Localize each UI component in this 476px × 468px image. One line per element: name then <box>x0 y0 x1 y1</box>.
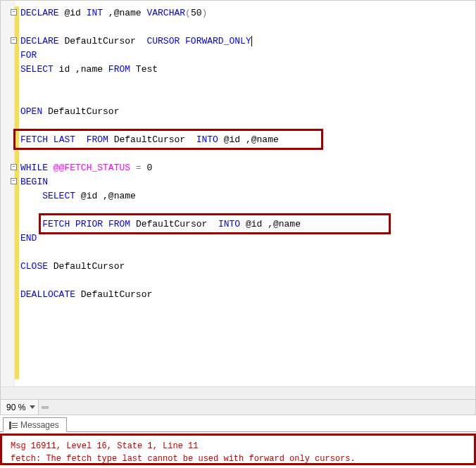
code-line[interactable] <box>20 274 475 288</box>
zoom-track[interactable] <box>39 400 475 415</box>
code-line[interactable]: SELECT @id ,@name <box>20 189 475 203</box>
keyword: DECLARE <box>20 36 59 46</box>
identifier: DefaultCursor <box>42 106 119 117</box>
keyword: BEGIN <box>20 177 48 187</box>
fold-gutter <box>1 1 15 386</box>
code-line[interactable]: FETCH LAST FROM DefaultCursor INTO @id ,… <box>20 133 475 147</box>
keyword: SELECT <box>42 191 75 201</box>
code-line[interactable] <box>20 91 475 105</box>
system-function: @@FETCH_STATUS <box>54 163 130 173</box>
keyword: INTO <box>218 219 240 229</box>
code-line[interactable]: END <box>20 232 475 246</box>
identifier: DefaultCursor <box>75 289 152 300</box>
horizontal-scrollbar[interactable] <box>1 386 475 399</box>
code-line[interactable]: FETCH PRIOR FROM DefaultCursor INTO @id … <box>20 217 475 232</box>
identifier: DefaultCursor <box>108 134 196 145</box>
keyword: FORWARD_ONLY <box>185 36 251 46</box>
code-lines[interactable]: DECLARE @id INT ,@name VARCHAR(50) DECLA… <box>20 6 475 302</box>
keyword: END <box>20 233 37 244</box>
code-line[interactable]: DECLARE DefaultCursor CURSOR FORWARD_ONL… <box>20 34 475 49</box>
zoom-bar: 90 % <box>0 400 476 415</box>
fold-toggle-icon[interactable] <box>11 178 17 184</box>
keyword: FROM <box>108 219 130 229</box>
tab-messages[interactable]: Messages <box>3 417 67 432</box>
code-line[interactable] <box>20 77 475 91</box>
identifier: DefaultCursor <box>59 36 147 46</box>
messages-pane[interactable]: Msg 16911, Level 16, State 1, Line 11 fe… <box>0 434 476 465</box>
code-line[interactable] <box>20 119 475 133</box>
code-line[interactable]: DEALLOCATE DefaultCursor <box>20 288 475 302</box>
code-line[interactable] <box>20 20 475 34</box>
fold-toggle-icon[interactable] <box>11 37 17 44</box>
results-tabs: Messages <box>0 415 476 432</box>
variable: @name <box>114 8 147 18</box>
keyword: INTO <box>196 134 218 145</box>
keyword: FOR <box>20 50 37 61</box>
code-area[interactable]: DECLARE @id INT ,@name VARCHAR(50) DECLA… <box>1 1 475 386</box>
variables: @id ,@name <box>75 191 136 201</box>
keyword: FETCH <box>20 134 48 145</box>
type-keyword: VARCHAR <box>146 8 185 18</box>
number: 0 <box>146 163 152 173</box>
columns: id ,name <box>54 64 108 75</box>
code-line[interactable]: OPEN DefaultCursor <box>20 105 475 119</box>
keyword: PRIOR <box>75 219 103 229</box>
zoom-value: 90 % <box>6 403 25 412</box>
code-line[interactable]: DECLARE @id INT ,@name VARCHAR(50) <box>20 6 475 20</box>
code-line[interactable]: FOR <box>20 49 475 63</box>
code-line[interactable] <box>20 246 475 260</box>
number: 50 <box>191 8 202 18</box>
variable: @id <box>59 8 87 18</box>
identifier: DefaultCursor <box>130 219 218 229</box>
keyword: CLOSE <box>20 261 48 272</box>
zoom-dropdown[interactable]: 90 % <box>1 400 39 415</box>
keyword: WHILE <box>20 163 48 173</box>
keyword: LAST <box>54 134 75 145</box>
variables: @id ,@name <box>240 219 301 229</box>
code-editor[interactable]: DECLARE @id INT ,@name VARCHAR(50) DECLA… <box>0 0 476 400</box>
code-line[interactable] <box>20 147 475 161</box>
error-line: fetch: The fetch type last cannot be use… <box>11 454 356 464</box>
fold-toggle-icon[interactable] <box>11 9 17 15</box>
keyword: DECLARE <box>20 8 59 18</box>
code-line[interactable]: CLOSE DefaultCursor <box>20 260 475 274</box>
tab-label: Messages <box>20 420 59 430</box>
fold-toggle-icon[interactable] <box>11 164 17 170</box>
chevron-down-icon <box>30 405 35 409</box>
error-line: Msg 16911, Level 16, State 1, Line 11 <box>11 441 198 451</box>
messages-icon <box>9 422 18 429</box>
variables: @id ,@name <box>218 134 279 145</box>
code-line[interactable] <box>20 203 475 217</box>
type-keyword: INT <box>87 8 103 18</box>
code-line[interactable]: WHILE @@FETCH_STATUS = 0 <box>20 161 475 175</box>
keyword: CURSOR <box>146 36 180 46</box>
keyword: FETCH <box>42 219 70 229</box>
code-line[interactable]: BEGIN <box>20 175 475 189</box>
identifier: DefaultCursor <box>48 261 125 272</box>
code-line[interactable]: SELECT id ,name FROM Test <box>20 63 475 77</box>
keyword: FROM <box>87 134 108 145</box>
keyword: DEALLOCATE <box>20 289 75 300</box>
keyword: FROM <box>108 64 130 75</box>
keyword: SELECT <box>20 64 54 75</box>
keyword: OPEN <box>20 106 42 117</box>
text-caret <box>251 36 252 46</box>
change-marker <box>15 6 19 379</box>
identifier: Test <box>130 64 158 75</box>
